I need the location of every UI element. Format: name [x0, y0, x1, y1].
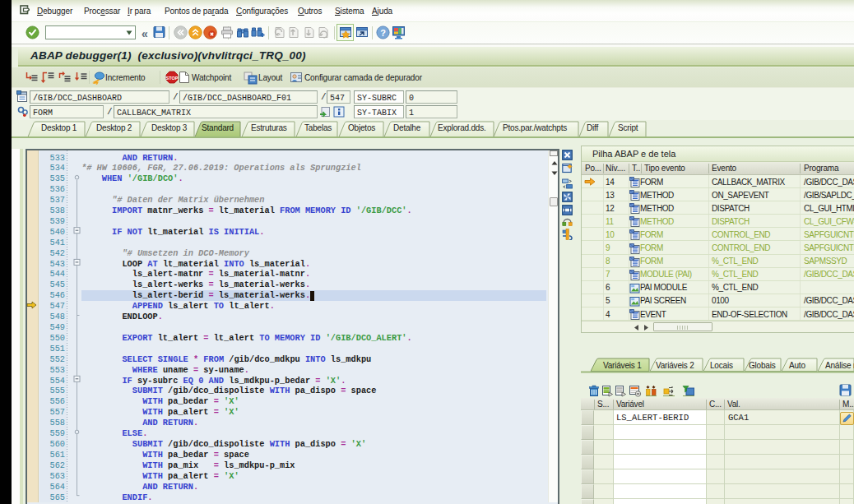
svg-text:?: ? — [380, 28, 386, 38]
svg-text:STOP: STOP — [166, 76, 179, 81]
